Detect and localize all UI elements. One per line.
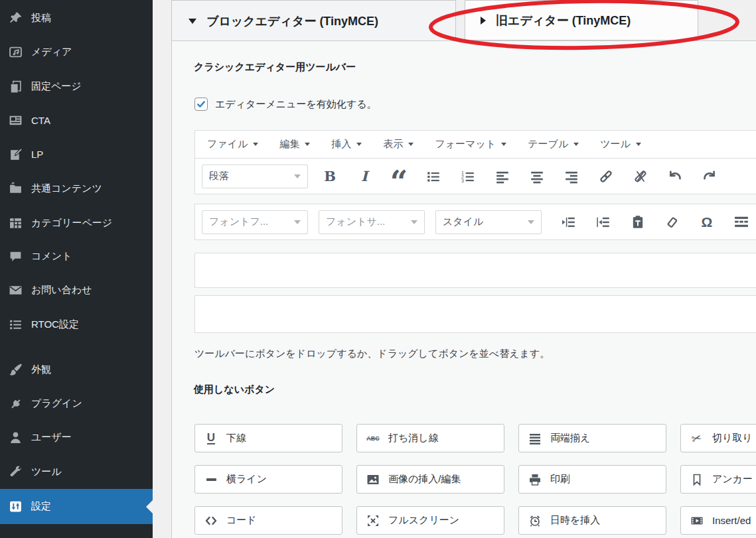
unused-button-anchor[interactable]: アンカー xyxy=(680,465,756,494)
sidebar-item-label: CTA xyxy=(31,115,50,126)
caret-down-icon xyxy=(253,143,258,146)
brush-icon xyxy=(9,363,23,377)
folder-icon xyxy=(9,182,23,196)
menu-edit[interactable]: 編集 xyxy=(279,138,310,151)
caret-down-icon xyxy=(411,220,417,224)
pushpin-icon xyxy=(9,11,23,25)
unused-button-underline[interactable]: U 下線 xyxy=(194,424,342,452)
lp-icon xyxy=(9,147,23,161)
link-icon[interactable] xyxy=(599,169,613,184)
paragraph-dropdown[interactable]: 段落 xyxy=(202,165,308,188)
bullet-list-icon[interactable] xyxy=(426,169,441,184)
unused-button-horizontal-line[interactable]: 横ライン xyxy=(194,465,342,494)
sidebar-item-label: 外観 xyxy=(31,364,51,376)
outdent-icon[interactable] xyxy=(562,215,576,230)
media-icon xyxy=(9,45,23,59)
special-character-icon[interactable]: Ω xyxy=(700,215,714,230)
font-family-dropdown[interactable]: フォントフ... xyxy=(202,210,308,234)
blockquote-icon[interactable]: “ xyxy=(392,174,406,189)
bold-icon[interactable]: B xyxy=(323,169,337,184)
video-icon xyxy=(689,513,705,528)
font-size-dropdown[interactable]: フォントサ... xyxy=(319,210,425,234)
menu-format[interactable]: フォーマット xyxy=(435,138,506,151)
table-stripes-icon[interactable] xyxy=(734,215,749,230)
sidebar-item-pages[interactable]: 固定ページ xyxy=(0,70,153,103)
align-left-icon[interactable] xyxy=(495,169,510,184)
toolbar-drop-row-4[interactable] xyxy=(194,295,756,333)
tab-block-editor-label: ブロックエディター (TinyMCE) xyxy=(206,13,378,29)
sidebar-item-cta[interactable]: CTA xyxy=(0,103,153,137)
sidebar-item-label: プラグイン xyxy=(31,397,82,410)
sidebar-item-appearance[interactable]: 外観 xyxy=(0,353,153,387)
sidebar-item-contact[interactable]: お問い合わせ xyxy=(0,273,153,307)
unused-button-image[interactable]: 画像の挿入/編集 xyxy=(356,465,504,494)
tab-classic-editor[interactable]: 旧エディター (TinyMCE) xyxy=(465,0,698,40)
pages-icon xyxy=(9,80,23,94)
caret-down-icon xyxy=(528,220,534,224)
caret-down-icon xyxy=(356,143,362,146)
sidebar-item-tools[interactable]: ツール xyxy=(0,455,153,489)
unused-button-insert-datetime[interactable]: 日時を挿入 xyxy=(518,506,666,535)
toolbar-section-heading: クラシックエディター用ツールバー xyxy=(194,61,356,74)
sidebar-item-label: 投稿 xyxy=(31,12,51,25)
enable-menu-checkbox[interactable] xyxy=(194,98,208,111)
undo-icon[interactable] xyxy=(668,169,682,184)
unused-button-justify[interactable]: 両端揃え xyxy=(518,424,666,452)
tab-block-editor[interactable]: ブロックエディター (TinyMCE) xyxy=(171,0,456,42)
datetime-icon xyxy=(527,513,543,528)
comment-icon xyxy=(9,249,23,263)
code-icon xyxy=(203,513,219,528)
svg-text:3: 3 xyxy=(461,178,464,183)
menu-file[interactable]: ファイル xyxy=(207,138,258,151)
remove-format-icon[interactable] xyxy=(665,215,680,230)
caret-down-icon xyxy=(305,143,310,146)
menu-tools[interactable]: ツール xyxy=(600,138,641,151)
sidebar-item-plugins[interactable]: プラグイン xyxy=(0,387,153,421)
unused-buttons-grid: U 下線 ABC 打ち消し線 両端揃え ✂ 切り取り 横ライン xyxy=(194,424,756,535)
align-center-icon[interactable] xyxy=(530,169,544,184)
caret-down-icon xyxy=(294,174,301,178)
sidebar-item-label: コメント xyxy=(31,250,72,263)
menu-view[interactable]: 表示 xyxy=(383,138,414,151)
drag-hint-text: ツールバーにボタンをドロップするか、ドラッグしてボタンを並べ替えます。 xyxy=(194,348,550,360)
sidebar-item-label: RTOC設定 xyxy=(31,318,79,331)
unused-button-fullscreen[interactable]: フルスクリーン xyxy=(356,506,504,535)
toolbar-drop-row-3[interactable] xyxy=(194,253,756,288)
redo-icon[interactable] xyxy=(702,169,717,184)
sidebar-item-posts[interactable]: 投稿 xyxy=(0,1,153,35)
cta-icon xyxy=(9,113,23,127)
sidebar-item-common-content[interactable]: 共通コンテンツ xyxy=(0,172,153,206)
enable-menu-row: エディターメニューを有効化する。 xyxy=(194,98,377,111)
italic-icon[interactable]: I xyxy=(357,169,372,184)
sidebar-item-label: メディア xyxy=(31,46,72,58)
styles-dropdown[interactable]: スタイル xyxy=(435,210,542,234)
justify-icon xyxy=(527,431,543,446)
unused-button-cut[interactable]: ✂ 切り取り xyxy=(680,424,756,452)
sidebar-item-rtoc-settings[interactable]: RTOC設定 xyxy=(0,308,153,342)
caret-down-icon xyxy=(294,220,301,224)
sidebar-item-category-pages[interactable]: カテゴリーページ xyxy=(0,206,153,240)
sidebar-item-settings[interactable]: 設定 xyxy=(0,489,153,524)
menu-insert[interactable]: 挿入 xyxy=(331,138,362,151)
unused-button-print[interactable]: 印刷 xyxy=(518,465,666,494)
paste-as-text-icon[interactable] xyxy=(631,215,645,230)
align-right-icon[interactable] xyxy=(564,169,579,184)
admin-sidebar: 投稿 メディア 固定ページ CTA LP xyxy=(0,0,153,538)
menu-table[interactable]: テーブル xyxy=(528,138,579,151)
caret-down-icon xyxy=(573,143,579,146)
sidebar-item-lp[interactable]: LP xyxy=(0,137,153,171)
unlink-icon[interactable] xyxy=(633,169,648,184)
indent-icon[interactable] xyxy=(596,215,611,230)
sidebar-item-label: LP xyxy=(31,149,43,160)
unused-button-insert-video[interactable]: Insert/ed xyxy=(680,506,756,535)
settings-icon xyxy=(9,500,23,513)
unused-button-code[interactable]: コード xyxy=(194,506,342,535)
caret-down-icon xyxy=(189,19,196,24)
caret-right-icon xyxy=(481,17,486,25)
sidebar-item-users[interactable]: ユーザー xyxy=(0,421,153,454)
sidebar-item-media[interactable]: メディア xyxy=(0,35,153,69)
sidebar-item-comments[interactable]: コメント xyxy=(0,239,153,273)
unused-button-strikethrough[interactable]: ABC 打ち消し線 xyxy=(356,424,504,452)
numbered-list-icon[interactable]: 123 xyxy=(461,169,475,184)
sidebar-item-label: カテゴリーページ xyxy=(31,217,112,230)
